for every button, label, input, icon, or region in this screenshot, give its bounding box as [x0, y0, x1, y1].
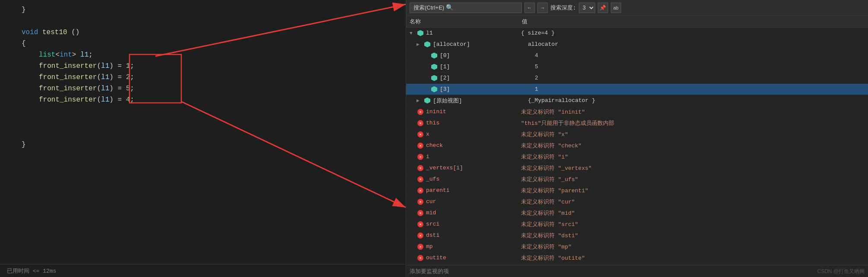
- var-row-error[interactable]: ✕ mid 未定义标识符 "mid": [406, 207, 868, 219]
- cube-icon: [424, 98, 430, 104]
- type-icon: ✕: [417, 198, 424, 206]
- error-icon: ✕: [417, 255, 423, 261]
- var-value: 未定义标识符 "x": [521, 131, 865, 138]
- type-icon: ✕: [417, 220, 424, 228]
- var-value: 1: [535, 86, 865, 92]
- var-row-error[interactable]: ✕ i 未定义标识符 "i": [406, 151, 868, 162]
- type-icon: [430, 63, 438, 71]
- var-value: 未定义标识符 "srci": [521, 220, 865, 228]
- error-icon: ✕: [417, 188, 423, 194]
- var-value: 未定义标识符 "mid": [521, 209, 865, 217]
- code-line: [0, 105, 406, 117]
- pin-button[interactable]: 📌: [598, 3, 608, 13]
- var-name: dsti: [426, 232, 521, 239]
- code-text: list<int> l1;: [22, 49, 406, 60]
- type-icon: ✕: [417, 153, 424, 161]
- var-row[interactable]: [2] 2: [406, 73, 868, 84]
- ab-button[interactable]: ab: [611, 3, 621, 13]
- var-value: 未定义标识符 "dsti": [521, 232, 865, 239]
- var-value: 未定义标识符 "outite": [521, 254, 865, 262]
- search-label: 搜索(Ctrl+E): [413, 4, 444, 12]
- var-row-error[interactable]: ✕ x 未定义标识符 "x": [406, 129, 868, 140]
- var-row-error[interactable]: ✕ _vertexs[i] 未定义标识符 "_vertexs": [406, 162, 868, 174]
- type-icon: [430, 74, 438, 82]
- code-text: }: [22, 4, 406, 16]
- var-name: mid: [426, 210, 521, 216]
- var-row[interactable]: ▶ [原始视图] {_Mypair=allocator }: [406, 95, 868, 106]
- var-row[interactable]: [0] 4: [406, 50, 868, 61]
- var-value: {_Mypair=allocator }: [528, 97, 865, 104]
- cube-icon: [417, 30, 423, 36]
- code-text: front_inserter(l1) = 1;: [22, 60, 406, 72]
- code-text: }: [22, 139, 406, 150]
- expand-icon: ▶: [417, 41, 423, 47]
- var-row[interactable]: ▼ l1 { size=4 }: [406, 28, 868, 39]
- var-name: _vertexs[i]: [426, 165, 521, 171]
- var-row[interactable]: [1] 5: [406, 61, 868, 73]
- var-value: 5: [535, 64, 865, 70]
- search-icon: 🔍: [446, 4, 453, 11]
- var-name: cur: [426, 198, 521, 205]
- var-row-error[interactable]: ✕ mp 未定义标识符 "mp": [406, 241, 868, 252]
- depth-select[interactable]: 3 1 2 4 5: [579, 3, 595, 13]
- code-text: front_inserter(l1) = 2;: [22, 72, 406, 83]
- cube-icon: [424, 41, 430, 48]
- expand-icon: ▼: [410, 31, 417, 36]
- error-icon: ✕: [417, 210, 423, 216]
- type-icon: ✕: [417, 119, 424, 127]
- search-box[interactable]: 搜索(Ctrl+E) 🔍: [410, 3, 522, 13]
- var-name: [1]: [440, 64, 535, 70]
- var-value: 未定义标识符 "i": [521, 153, 865, 161]
- var-row-error[interactable]: ✕ srci 未定义标识符 "srci": [406, 219, 868, 230]
- nav-forward-button[interactable]: →: [537, 3, 548, 13]
- error-icon: ✕: [417, 131, 423, 137]
- error-icon: ✕: [417, 232, 423, 239]
- type-icon: ✕: [417, 243, 424, 251]
- var-row-error[interactable]: ✕ ininit 未定义标识符 "ininit": [406, 106, 868, 118]
- var-value: 未定义标识符 "cur": [521, 198, 865, 206]
- table-header: 名称 值: [406, 16, 868, 28]
- type-icon: ✕: [417, 108, 424, 116]
- bottom-bar: 已用时间 <= 12ms: [0, 264, 406, 277]
- code-text: void test10 (): [22, 27, 406, 38]
- var-row-error[interactable]: ✕ this "this"只能用于非静态成员函数内部: [406, 118, 868, 129]
- var-name: x: [426, 131, 521, 137]
- var-name: [allocator]: [433, 41, 528, 48]
- var-row-error[interactable]: ✕ _ufs 未定义标识符 "_ufs": [406, 174, 868, 185]
- cube-icon: [431, 86, 437, 92]
- var-name: srci: [426, 221, 521, 227]
- variables-list[interactable]: ▼ l1 { size=4 } ▶ [allocator] allocator …: [406, 28, 868, 265]
- code-editor: } void test10 () { list<int> l1;: [0, 0, 406, 277]
- var-name: [2]: [440, 75, 535, 81]
- var-row-error[interactable]: ✕ outite 未定义标识符 "outite": [406, 252, 868, 264]
- var-name: ininit: [426, 108, 521, 115]
- var-name: this: [426, 120, 521, 126]
- var-row-error[interactable]: ✕ check 未定义标识符 "check": [406, 140, 868, 151]
- type-icon: ✕: [417, 254, 424, 262]
- var-name: i: [426, 153, 521, 160]
- watch-panel: 搜索(Ctrl+E) 🔍 ← → 搜索深度: 3 1 2 4 5 📌 ab 名称…: [406, 0, 868, 277]
- code-line: front_inserter(l1) = 4;: [0, 94, 406, 105]
- var-name: parenti: [426, 187, 521, 194]
- type-icon: ✕: [417, 175, 424, 183]
- var-row-selected[interactable]: [3] 1: [406, 84, 868, 95]
- var-value: 未定义标识符 "mp": [521, 243, 865, 251]
- code-line: front_inserter(l1) = 5;: [0, 83, 406, 94]
- type-icon: [417, 29, 424, 37]
- type-icon: [423, 97, 431, 105]
- toolbar: 搜索(Ctrl+E) 🔍 ← → 搜索深度: 3 1 2 4 5 📌 ab: [406, 0, 868, 16]
- error-icon: ✕: [417, 143, 423, 149]
- var-row[interactable]: ▶ [allocator] allocator: [406, 39, 868, 50]
- error-icon: ✕: [417, 176, 423, 182]
- depth-label: 搜索深度:: [550, 4, 576, 12]
- status-text: 已用时间 <= 12ms: [7, 267, 56, 275]
- var-row-error[interactable]: ✕ cur 未定义标识符 "cur": [406, 196, 868, 207]
- var-row-error[interactable]: ✕ parenti 未定义标识符 "parenti": [406, 185, 868, 196]
- add-watch-bar[interactable]: 添加要监视的项: [406, 265, 868, 277]
- var-name: [3]: [440, 86, 535, 92]
- var-value: 未定义标识符 "_vertexs": [521, 164, 865, 172]
- nav-back-button[interactable]: ←: [524, 3, 535, 13]
- var-value: 2: [535, 75, 865, 81]
- var-value: { size=4 }: [521, 30, 865, 36]
- var-row-error[interactable]: ✕ dsti 未定义标识符 "dsti": [406, 230, 868, 241]
